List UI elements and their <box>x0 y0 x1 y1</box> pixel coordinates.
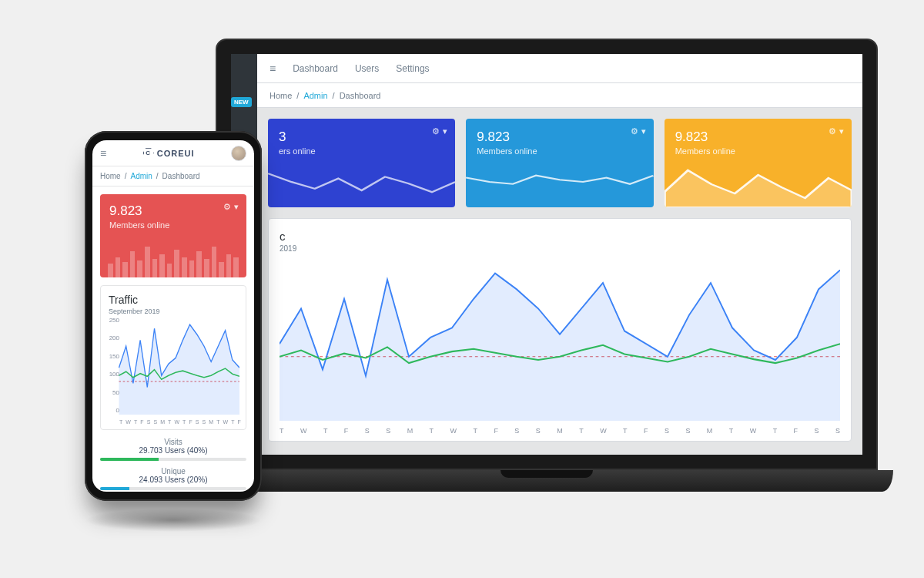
traffic-chart <box>280 260 840 421</box>
traffic-chart <box>107 317 239 425</box>
brand-name: COREUI <box>157 149 195 158</box>
chevron-down-icon: ▾ <box>839 126 844 136</box>
summary-stats: Visits 29.703 Users (40%) Unique 24.093 … <box>92 438 254 490</box>
stat-value: 3 <box>279 129 444 145</box>
sparkline-bars <box>100 242 246 277</box>
stat-card-blue[interactable]: 3 ers online ⚙ ▾ <box>268 119 455 207</box>
breadcrumb-admin[interactable]: Admin <box>130 172 152 180</box>
stat-unique: Unique 24.093 Users (20%) <box>100 467 246 490</box>
sparkline <box>665 165 852 207</box>
breadcrumb-current: Dashboard <box>340 91 381 100</box>
progress-bar <box>100 487 246 490</box>
card-menu[interactable]: ⚙ ▾ <box>631 126 646 136</box>
laptop-bezel: NEW ≡ Dashboard Users Settings Home / Ad… <box>216 39 878 470</box>
gear-icon: ⚙ <box>829 126 836 136</box>
gear-icon: ⚙ <box>223 202 231 212</box>
stat-label: Unique <box>100 467 246 476</box>
card-menu[interactable]: ⚙ ▾ <box>432 126 447 136</box>
sparkline <box>466 165 653 207</box>
progress-bar <box>100 458 246 461</box>
stat-label: Members online <box>675 146 841 156</box>
stat-value: 9.823 <box>675 129 841 145</box>
laptop-notch <box>500 470 593 478</box>
stat-label: Visits <box>100 438 246 446</box>
stat-visits: Visits 29.703 Users (40%) <box>100 438 246 461</box>
breadcrumb-home[interactable]: Home <box>100 172 121 180</box>
stat-value: 9.823 <box>477 129 642 145</box>
new-badge: NEW <box>231 97 252 107</box>
avatar[interactable] <box>231 146 246 161</box>
phone-shadow <box>85 509 262 532</box>
laptop-base <box>200 470 893 492</box>
card-menu[interactable]: ⚙ ▾ <box>223 202 239 212</box>
hamburger-icon[interactable]: ≡ <box>270 62 276 75</box>
breadcrumb: Home / Admin / Dashboard <box>92 166 254 187</box>
top-nav: ≡ Dashboard Users Settings <box>257 54 862 83</box>
stat-card-lightblue[interactable]: 9.823 Members online ⚙ ▾ <box>466 119 653 207</box>
breadcrumb-sep: / <box>333 91 335 100</box>
chevron-down-icon: ▾ <box>443 126 447 136</box>
chevron-down-icon: ▾ <box>234 202 239 212</box>
stat-card-yellow[interactable]: 9.823 Members online ⚙ ▾ <box>665 119 852 207</box>
nav-link-dashboard[interactable]: Dashboard <box>293 63 338 74</box>
card-menu[interactable]: ⚙ ▾ <box>829 126 844 136</box>
breadcrumb: Home / Admin / Dashboard <box>257 83 862 108</box>
laptop-mockup: NEW ≡ Dashboard Users Settings Home / Ad… <box>200 39 893 493</box>
phone-mockup: ≡ C COREUI Home / Admin / Dashboard 9.82… <box>85 131 262 501</box>
laptop-screen: NEW ≡ Dashboard Users Settings Home / Ad… <box>231 54 862 455</box>
hamburger-icon[interactable]: ≡ <box>100 147 106 160</box>
phone-header: ≡ C COREUI <box>92 140 254 166</box>
breadcrumb-sep: / <box>125 172 127 180</box>
nav-link-settings[interactable]: Settings <box>396 63 429 74</box>
sparkline <box>268 165 455 207</box>
logo-icon: C <box>143 148 154 159</box>
stat-label: ers online <box>279 146 444 156</box>
brand-logo[interactable]: C COREUI <box>143 148 195 159</box>
stat-value: 9.823 <box>109 203 237 219</box>
breadcrumb-sep: / <box>156 172 159 180</box>
breadcrumb-admin[interactable]: Admin <box>303 91 327 100</box>
main-area: ≡ Dashboard Users Settings Home / Admin … <box>257 54 862 455</box>
stat-cards-row: 3 ers online ⚙ ▾ 9.823 <box>257 108 862 218</box>
phone-screen: ≡ C COREUI Home / Admin / Dashboard 9.82… <box>92 140 254 492</box>
traffic-title: Traffic <box>109 294 238 306</box>
gear-icon: ⚙ <box>631 126 638 136</box>
traffic-subtitle: 2019 <box>280 244 840 253</box>
stat-label: Members online <box>477 146 642 156</box>
stat-label: Members online <box>109 220 237 230</box>
stat-card-red[interactable]: 9.823 Members online ⚙ ▾ <box>100 194 246 277</box>
breadcrumb-current: Dashboard <box>162 172 200 180</box>
traffic-panel: Traffic September 2019 250200150100500 T… <box>100 285 246 430</box>
traffic-subtitle: September 2019 <box>109 307 238 315</box>
traffic-title: c <box>280 230 840 243</box>
stat-value: 24.093 Users (20%) <box>100 476 246 484</box>
stat-value: 29.703 Users (40%) <box>100 446 246 455</box>
chevron-down-icon: ▾ <box>641 126 646 136</box>
x-axis-days: TWTFSSMTWTFSSMTWTFSSMTWTFSS <box>280 427 840 435</box>
breadcrumb-home[interactable]: Home <box>270 91 292 100</box>
traffic-panel: c 2019 TWTFSSMTWTFSSMTWTFSSMTWTFSS <box>268 218 852 442</box>
x-axis-ticks: TWTFSSMTWTFSSMTWTF <box>119 419 241 425</box>
breadcrumb-sep: / <box>296 91 299 100</box>
nav-link-users[interactable]: Users <box>355 63 379 74</box>
gear-icon: ⚙ <box>432 126 440 136</box>
